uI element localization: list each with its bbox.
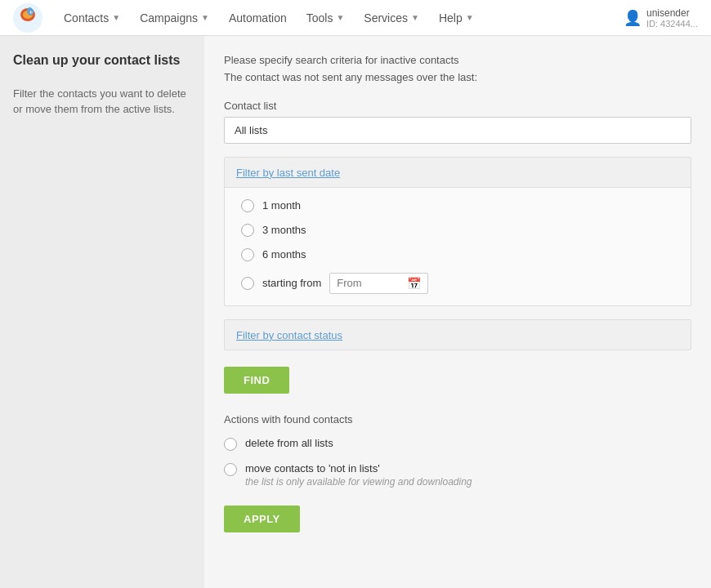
filter-contact-status-header: Filter by contact status <box>225 320 691 350</box>
nav-help[interactable]: Help ▼ <box>431 7 482 29</box>
calendar-icon: 📅 <box>407 277 421 290</box>
user-name: unisender <box>646 7 698 19</box>
logo[interactable] <box>13 3 42 33</box>
user-icon: 👤 <box>624 9 642 27</box>
date-input[interactable] <box>337 277 402 289</box>
find-button[interactable]: FIND <box>224 367 289 394</box>
radio-6-months-label: 6 months <box>262 248 306 261</box>
radio-6-months-input[interactable] <box>241 248 254 261</box>
nav-contacts[interactable]: Contacts ▼ <box>56 7 128 29</box>
filter-last-sent-body: 1 month 3 months 6 months starting from … <box>225 188 691 305</box>
user-id: ID: 432444... <box>646 19 698 29</box>
filter-last-sent-link[interactable]: Filter by last sent date <box>236 167 340 179</box>
radio-3-months-label: 3 months <box>262 224 306 236</box>
services-chevron-icon: ▼ <box>411 13 419 22</box>
radio-starting-from: starting from 📅 <box>241 273 674 294</box>
radio-starting-from-label: starting from <box>262 277 321 289</box>
action-move-label: move contacts to 'not in lists' <box>245 462 472 474</box>
action-delete-label: delete from all lists <box>245 437 333 449</box>
radio-3-months-input[interactable] <box>241 224 254 237</box>
tools-chevron-icon: ▼ <box>336 13 344 22</box>
apply-button[interactable]: APPLY <box>224 506 300 532</box>
filter-contact-status-box: Filter by contact status <box>224 319 691 350</box>
help-chevron-icon: ▼ <box>466 13 474 22</box>
action-move-note: the list is only available for viewing a… <box>245 476 472 488</box>
radio-1-month-input[interactable] <box>241 199 254 212</box>
header: Contacts ▼ Campaigns ▼ Automation Tools … <box>0 0 711 36</box>
sidebar: Clean up your contact lists Filter the c… <box>0 36 204 588</box>
nav-services[interactable]: Services ▼ <box>356 7 427 29</box>
contact-list-select[interactable]: All lists <box>224 117 691 144</box>
radio-1-month: 1 month <box>241 199 674 212</box>
user-info[interactable]: 👤 unisender ID: 432444... <box>624 7 698 29</box>
action-delete: delete from all lists <box>224 437 691 451</box>
radio-3-months: 3 months <box>241 224 674 237</box>
campaigns-chevron-icon: ▼ <box>201 13 209 22</box>
page-layout: Clean up your contact lists Filter the c… <box>0 36 711 588</box>
svg-point-5 <box>31 11 32 12</box>
nav-campaigns[interactable]: Campaigns ▼ <box>132 7 217 29</box>
nav-automation[interactable]: Automation <box>221 7 295 29</box>
filter-contact-status-link[interactable]: Filter by contact status <box>236 329 342 341</box>
radio-starting-from-input[interactable] <box>241 277 254 290</box>
sidebar-description: Filter the contacts you want to delete o… <box>13 86 191 118</box>
sidebar-title: Clean up your contact lists <box>13 52 191 69</box>
contacts-chevron-icon: ▼ <box>112 13 120 22</box>
action-move: move contacts to 'not in lists' the list… <box>224 462 691 488</box>
contact-list-label: Contact list <box>224 100 691 112</box>
date-input-wrapper: 📅 <box>329 273 428 294</box>
main-content: Please specify search criteria for inact… <box>204 36 711 588</box>
action-delete-radio[interactable] <box>224 438 237 451</box>
filter-last-sent-box: Filter by last sent date 1 month 3 month… <box>224 157 691 306</box>
action-move-radio[interactable] <box>224 463 237 476</box>
actions-title: Actions with found contacts <box>224 413 691 425</box>
filter-last-sent-header: Filter by last sent date <box>225 158 691 188</box>
radio-1-month-label: 1 month <box>262 199 301 212</box>
main-nav: Contacts ▼ Campaigns ▼ Automation Tools … <box>56 7 624 29</box>
radio-6-months: 6 months <box>241 248 674 261</box>
nav-tools[interactable]: Tools ▼ <box>298 7 353 29</box>
intro-text: Please specify search criteria for inact… <box>224 52 691 87</box>
